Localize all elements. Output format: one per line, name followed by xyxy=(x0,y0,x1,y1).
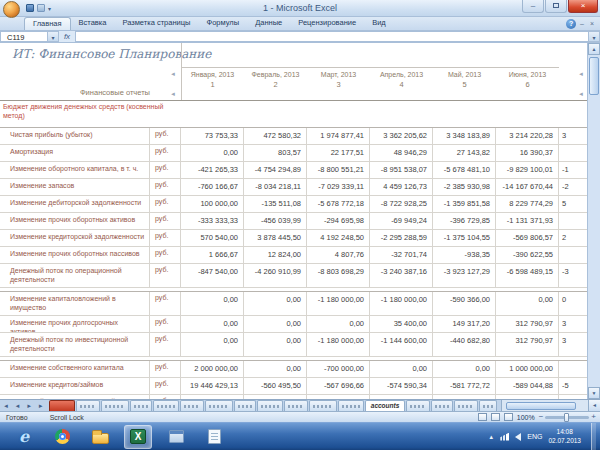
cell-value[interactable]: -4 754 294,89 xyxy=(244,162,307,178)
cell-value[interactable]: 0,00 xyxy=(307,316,370,332)
row-unit[interactable]: руб. xyxy=(150,230,181,246)
cell-value[interactable]: -14 167 670,44 xyxy=(496,179,559,195)
row-label[interactable]: Изменение запасов xyxy=(0,179,150,195)
network-icon[interactable] xyxy=(500,433,509,441)
formula-input[interactable] xyxy=(75,31,588,42)
row-label[interactable]: Денежный поток по операционной деятельно… xyxy=(0,264,150,287)
cell-value[interactable]: 27 143,82 xyxy=(433,145,496,161)
cell-value[interactable]: -396 729,85 xyxy=(433,213,496,229)
cell-value[interactable]: -9 829 100,01 xyxy=(496,162,559,178)
row-unit[interactable]: руб. xyxy=(150,247,181,263)
ribbon-tab-2[interactable]: Вставка xyxy=(71,17,115,30)
cell-value[interactable]: -590 366,00 xyxy=(433,292,496,315)
cell-value[interactable]: -1 180 000,00 xyxy=(307,333,370,356)
page-layout-view-icon[interactable] xyxy=(491,413,500,421)
zoom-thumb[interactable] xyxy=(564,413,569,422)
cell-value[interactable]: 3 348 183,89 xyxy=(433,128,496,144)
cell-value[interactable]: -700 000,00 xyxy=(307,361,370,377)
cell-value[interactable]: -3 240 387,16 xyxy=(370,264,433,287)
ribbon-tab-6[interactable]: Рецензирование xyxy=(290,17,364,30)
scroll-down-icon[interactable]: ▼ xyxy=(588,387,600,399)
taskbar-app-chrome[interactable] xyxy=(48,425,76,449)
cell-value[interactable]: -1 180 000,00 xyxy=(307,292,370,315)
cell-value[interactable]: 312 790,97 xyxy=(496,333,559,356)
cell-value[interactable]: 0,00 xyxy=(181,333,244,356)
sheet-tab[interactable] xyxy=(153,400,179,411)
row-unit[interactable]: руб. xyxy=(150,196,181,212)
row-label[interactable]: Изменение капиталовложений в имущество xyxy=(0,292,150,315)
cell-value[interactable]: -5 678 481,10 xyxy=(433,162,496,178)
cell-value[interactable]: -8 034 218,11 xyxy=(244,179,307,195)
cell-value[interactable]: -390 622,55 xyxy=(496,247,559,263)
cell-value[interactable]: -560 495,50 xyxy=(244,378,307,394)
cell-value[interactable]: -8 803 698,29 xyxy=(307,264,370,287)
row-unit[interactable]: руб. xyxy=(150,162,181,178)
cell-value[interactable]: -135 511,08 xyxy=(244,196,307,212)
ribbon-tab-3[interactable]: Разметка страницы xyxy=(114,17,198,30)
ribbon-tab-5[interactable]: Данные xyxy=(247,17,290,30)
row-label[interactable]: Изменение прочих оборотных активов xyxy=(0,213,150,229)
cell-value[interactable]: 0,00 xyxy=(370,361,433,377)
taskbar-app-internet-explorer[interactable]: e xyxy=(10,425,38,449)
language-indicator[interactable]: ENG xyxy=(527,433,542,440)
sheet-tab[interactable] xyxy=(234,400,256,411)
workbook-window-controls[interactable]: – × xyxy=(580,20,596,27)
month-header[interactable]: Май, 20135 xyxy=(433,71,496,89)
cell-value[interactable]: 22 177,51 xyxy=(307,145,370,161)
zoom-in-icon[interactable]: + xyxy=(591,413,596,421)
formulabar-expand-icon[interactable]: ▾ xyxy=(588,31,600,42)
sheet-nav-arrows-icon[interactable]: ◄ ◄ ► ► xyxy=(0,403,49,411)
cell-value[interactable]: -567 696,66 xyxy=(307,378,370,394)
cell-value[interactable]: -1 180 000,00 xyxy=(370,292,433,315)
cell-value[interactable]: -574 590,34 xyxy=(370,378,433,394)
cell-value[interactable]: 1 000 000,00 xyxy=(496,361,559,377)
row-unit[interactable]: руб. xyxy=(150,333,181,356)
taskbar-app-windows-explorer[interactable] xyxy=(86,425,114,449)
close-button[interactable]: × xyxy=(568,0,598,13)
outline-collapse-icon[interactable]: ◄ xyxy=(578,91,584,97)
cell-value[interactable]: -760 166,67 xyxy=(181,179,244,195)
sheet-tab[interactable] xyxy=(257,400,283,411)
cell-value[interactable]: 16 390,37 xyxy=(496,145,559,161)
restore-button[interactable] xyxy=(545,0,567,13)
cell-value[interactable]: 4 459 126,73 xyxy=(370,179,433,195)
cell-value[interactable]: -440 682,80 xyxy=(433,333,496,356)
outline-collapse-icon[interactable]: ◄ xyxy=(578,71,584,77)
cell-value[interactable]: 8 229 774,29 xyxy=(496,196,559,212)
row-unit[interactable]: руб. xyxy=(150,145,181,161)
sheet-tab[interactable] xyxy=(205,400,233,411)
cell-value[interactable]: -5 678 772,18 xyxy=(307,196,370,212)
cell-value[interactable]: -581 772,72 xyxy=(433,378,496,394)
show-desktop-button[interactable] xyxy=(591,423,596,450)
cell-value[interactable]: -8 951 538,07 xyxy=(370,162,433,178)
sheet-tab[interactable] xyxy=(76,400,100,411)
cell-value[interactable]: 35 400,00 xyxy=(370,316,433,332)
worksheet[interactable]: ИТ: Финансовое Планирование ◄ ◄ ◄ ◄ Фина… xyxy=(0,43,600,399)
cell-value[interactable]: -69 949,24 xyxy=(370,213,433,229)
taskbar-app-document[interactable] xyxy=(200,425,228,449)
ribbon-tab-7[interactable]: Вид xyxy=(364,17,394,30)
row-label[interactable]: Амортизация xyxy=(0,145,150,161)
cell-value[interactable]: -938,35 xyxy=(433,247,496,263)
cell-value[interactable]: 12 824,00 xyxy=(244,247,307,263)
cell-value[interactable]: 3 214 220,28 xyxy=(496,128,559,144)
office-button-icon[interactable] xyxy=(3,1,20,18)
row-unit[interactable]: руб. xyxy=(150,378,181,394)
scroll-up-icon[interactable]: ▲ xyxy=(588,43,600,55)
page-break-view-icon[interactable] xyxy=(504,413,513,421)
sheet-tab[interactable] xyxy=(479,400,497,411)
cell-value[interactable]: 803,57 xyxy=(244,145,307,161)
help-icon[interactable]: ? xyxy=(566,19,576,29)
month-header[interactable]: Апрель, 20134 xyxy=(370,71,433,89)
row-unit[interactable]: руб. xyxy=(150,316,181,332)
volume-icon[interactable] xyxy=(515,433,521,441)
row-label[interactable]: Чистая прибыль (убыток) xyxy=(0,128,150,144)
hscroll-left-icon[interactable]: ◄ xyxy=(588,400,600,411)
cell-value[interactable]: 0,00 xyxy=(433,361,496,377)
month-header[interactable]: Февраль, 20132 xyxy=(244,71,307,89)
cell-value[interactable]: 1 666,67 xyxy=(181,247,244,263)
row-label[interactable]: Изменение прочих оборотных пассивов xyxy=(0,247,150,263)
row-label[interactable]: Денежный поток по инвестиционной деятель… xyxy=(0,333,150,356)
outline-collapse-icon[interactable]: ◄ xyxy=(170,91,176,97)
row-label[interactable]: Изменение дебиторской задолженности xyxy=(0,196,150,212)
